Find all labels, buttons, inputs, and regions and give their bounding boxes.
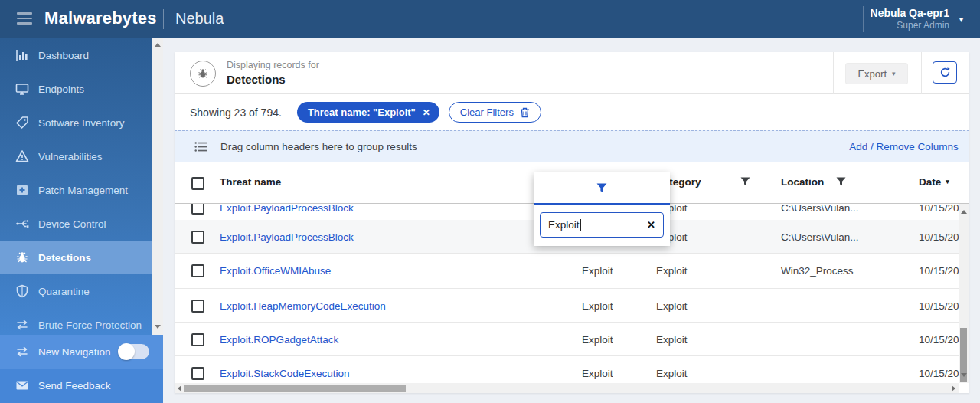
category-cell: Exploit xyxy=(656,300,688,312)
table-row[interactable]: Exploit.OfficeWMIAbuse Exploit Exploit W… xyxy=(175,254,969,289)
table-row[interactable]: Exploit.HeapMemoryCodeExecution Exploit … xyxy=(175,289,969,323)
column-header-location[interactable]: Location xyxy=(781,176,824,188)
location-cell: C:\Users\Vulan... xyxy=(781,204,859,214)
scroll-right-icon[interactable] xyxy=(952,385,956,392)
filter-popup-header xyxy=(534,172,670,205)
trash-icon xyxy=(520,107,530,118)
scroll-up-icon[interactable] xyxy=(961,210,967,214)
date-cell: 10/15/20 xyxy=(919,204,959,214)
category-filter-icon[interactable] xyxy=(740,177,750,186)
date-label: Date xyxy=(919,176,941,188)
refresh-button[interactable] xyxy=(933,61,957,84)
row-checkbox[interactable] xyxy=(191,204,204,215)
sidebar-item-label: Detections xyxy=(38,252,91,264)
sidebar-item-device-control[interactable]: Device Control xyxy=(0,207,152,241)
chevron-down-icon[interactable]: ▾ xyxy=(959,15,963,24)
dashboard-icon xyxy=(15,48,29,62)
table-row-clipped: Exploit.StackCodeExecution Exploit Explo… xyxy=(175,356,969,383)
column-header-threat-name[interactable]: Threat name xyxy=(220,176,281,188)
scroll-down-icon[interactable] xyxy=(155,325,161,329)
shield-icon xyxy=(15,284,29,298)
filter-chip-label: Threat name: "Exploit" xyxy=(308,106,416,118)
account-menu[interactable]: Nebula Qa-epr1 Super Admin xyxy=(871,6,949,31)
sort-desc-icon: ▾ xyxy=(946,178,949,185)
account-name: Nebula Qa-epr1 xyxy=(871,6,949,20)
sidebar-item-new-navigation[interactable]: New Navigation xyxy=(0,335,163,369)
table-row[interactable]: Exploit.ROPGadgetAttack Exploit Exploit … xyxy=(175,323,969,356)
envelope-icon xyxy=(15,378,29,392)
hamburger-menu-icon[interactable] xyxy=(17,12,32,25)
threat-name-link[interactable]: Exploit.PayloadProcessBlock xyxy=(220,204,354,214)
warning-icon xyxy=(15,149,29,163)
sidebar-item-software-inventory[interactable]: Software Inventory xyxy=(0,106,152,139)
endpoints-icon xyxy=(15,82,29,96)
vertical-scrollbar[interactable] xyxy=(959,204,969,383)
filter-input[interactable]: Exploit ✕ xyxy=(540,212,664,238)
sidebar-scrollbar[interactable] xyxy=(152,38,163,335)
sidebar-item-dashboard[interactable]: Dashboard xyxy=(0,38,152,72)
sidebar-item-label: Vulnerabilities xyxy=(38,151,103,162)
sidebar-item-send-feedback[interactable]: Send Feedback xyxy=(0,369,163,402)
filter-input-value: Exploit xyxy=(548,219,580,231)
clear-input-icon[interactable]: ✕ xyxy=(647,219,655,231)
page-title: Detections xyxy=(227,73,286,86)
remove-filter-icon[interactable]: ✕ xyxy=(423,107,430,118)
filter-popup-body: Exploit ✕ xyxy=(534,205,670,246)
arrows-icon xyxy=(15,318,29,332)
brand-logo: Malwarebytes xyxy=(44,8,157,28)
row-checkbox[interactable] xyxy=(191,367,204,380)
threat-name-link[interactable]: Exploit.PayloadProcessBlock xyxy=(220,231,354,243)
sidebar-item-patch-management[interactable]: Patch Management xyxy=(0,173,152,207)
row-checkbox[interactable] xyxy=(191,264,204,277)
sidebar-item-detections[interactable]: Detections xyxy=(0,241,152,274)
horizontal-scroll-thumb[interactable] xyxy=(184,385,406,392)
tag-icon xyxy=(15,116,29,129)
threat-name-link[interactable]: Exploit.ROPGadgetAttack xyxy=(220,334,338,346)
scroll-left-icon[interactable] xyxy=(178,385,181,392)
threat-name-link[interactable]: Exploit.StackCodeExecution xyxy=(220,368,350,379)
sidebar-item-label: Quarantine xyxy=(38,286,90,297)
page-subtitle: Displaying records for xyxy=(227,60,319,70)
scroll-down-icon[interactable] xyxy=(961,373,967,377)
product-name: Nebula xyxy=(175,10,224,28)
bug-icon xyxy=(15,251,29,264)
sidebar-item-brute-force-protection[interactable]: Brute Force Protection xyxy=(0,308,152,335)
location-filter-icon[interactable] xyxy=(836,177,846,186)
threat-name-filter-chip[interactable]: Threat name: "Exploit" ✕ xyxy=(297,102,439,123)
add-remove-columns-link[interactable]: Add / Remove Columns xyxy=(838,131,969,162)
account-divider xyxy=(863,6,864,32)
chevron-down-icon: ▾ xyxy=(892,70,896,77)
group-by-bar[interactable]: Drag column headers here to group result… xyxy=(175,130,969,162)
select-all-checkbox[interactable] xyxy=(191,177,204,190)
detections-bug-icon xyxy=(190,61,216,87)
sidebar-item-endpoints[interactable]: Endpoints xyxy=(0,72,152,106)
patch-icon xyxy=(15,183,29,197)
clear-filters-button[interactable]: Clear Filters xyxy=(449,102,541,123)
group-by-hint: Drag column headers here to group result… xyxy=(220,141,417,152)
column-header-date[interactable]: Date▾ xyxy=(919,176,949,188)
app-screen: Malwarebytes Nebula Nebula Qa-epr1 Super… xyxy=(0,0,980,403)
row-checkbox[interactable] xyxy=(191,333,204,346)
active-filter-icon[interactable] xyxy=(596,183,607,193)
scroll-up-icon[interactable] xyxy=(155,43,161,47)
horizontal-scrollbar[interactable] xyxy=(175,383,959,393)
threat-name-link[interactable]: Exploit.OfficeWMIAbuse xyxy=(220,265,331,277)
card-header: Displaying records for Detections Export… xyxy=(175,52,969,94)
table-row[interactable]: Exploit.StackCodeExecution Exploit Explo… xyxy=(175,356,969,383)
new-navigation-toggle[interactable] xyxy=(119,344,149,359)
top-bar: Malwarebytes Nebula Nebula Qa-epr1 Super… xyxy=(0,0,980,38)
date-cell: 10/15/20 xyxy=(919,368,959,379)
sidebar-item-vulnerabilities[interactable]: Vulnerabilities xyxy=(0,139,152,173)
type-cell: Exploit xyxy=(582,265,613,277)
sidebar-item-label: Software Inventory xyxy=(38,117,125,129)
arrows-icon xyxy=(15,345,29,359)
export-button[interactable]: Export ▾ xyxy=(845,63,908,84)
threat-name-link[interactable]: Exploit.HeapMemoryCodeExecution xyxy=(220,300,386,312)
toggle-knob xyxy=(118,343,135,360)
sidebar-item-label: Endpoints xyxy=(38,84,84,95)
row-checkbox[interactable] xyxy=(191,300,204,313)
sidebar-item-quarantine[interactable]: Quarantine xyxy=(0,274,152,308)
sidebar-item-label: Patch Management xyxy=(38,185,128,196)
type-cell: Exploit xyxy=(582,334,613,346)
row-checkbox[interactable] xyxy=(191,231,204,244)
